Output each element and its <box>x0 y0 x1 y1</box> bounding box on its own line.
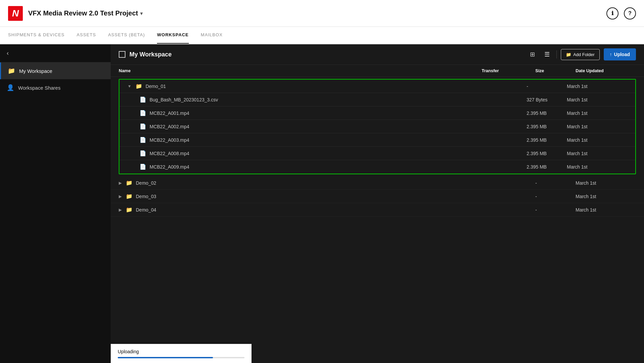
chevron-right-icon: ▶ <box>119 181 122 185</box>
folder-icon: 📁 <box>126 193 132 199</box>
header-right: ⊞ ☰ 📁 Add Folder ↑ Upload <box>527 48 636 60</box>
cell-name: ▶ 📁 Demo_02 <box>119 180 482 186</box>
cell-size: - <box>535 180 576 186</box>
sidebar-item-my-workspace[interactable]: 📁 My Workspace <box>0 62 111 79</box>
sidebar-item-workspace-shares[interactable]: 👤 Workspace Shares <box>0 79 111 96</box>
table-row[interactable]: ▶ 📁 Demo_03 - March 1st <box>111 190 644 203</box>
project-dropdown-icon: ▾ <box>140 11 143 16</box>
upload-status-label: Uploading <box>118 349 245 354</box>
help-button[interactable]: ? <box>624 7 636 19</box>
folder-icon: 📁 <box>136 83 142 89</box>
tab-assets[interactable]: Assets <box>77 27 96 44</box>
add-folder-label: Add Folder <box>573 52 595 57</box>
cell-name: 📄 MCB22_A009.mp4 <box>140 164 473 170</box>
tab-mailbox[interactable]: Mailbox <box>201 27 223 44</box>
file-icon: 📄 <box>140 96 146 103</box>
file-name: Bug_Bash_MB_20230123_3.csv <box>150 97 218 102</box>
col-date: Date Updated <box>576 68 636 73</box>
selected-demo01-region: ▼ 📁 Demo_01 - March 1st 📄 Bug_Bash_MB_20… <box>119 79 636 174</box>
file-icon: 📄 <box>140 137 146 143</box>
cell-date: March 1st <box>567 97 627 102</box>
netflix-logo: N <box>8 6 23 21</box>
cell-date: March 1st <box>567 124 627 129</box>
sidebar-back-button[interactable]: ‹ <box>0 44 111 62</box>
cell-date: March 1st <box>567 151 627 156</box>
table-row[interactable]: 📄 MCB22_A001.mp4 2.395 MB March 1st <box>119 106 635 120</box>
content-header: My Workspace ⊞ ☰ 📁 Add Folder ↑ Upload <box>111 44 644 65</box>
nav-left: N VFX Media Review 2.0 Test Project ▾ <box>8 6 143 21</box>
progress-bar-fill <box>118 357 213 358</box>
col-size: Size <box>535 68 576 73</box>
upload-label: Upload <box>614 52 630 57</box>
table-row[interactable]: ▼ 📁 Demo_01 - March 1st <box>119 80 635 93</box>
file-name: MCB22_A009.mp4 <box>150 164 189 170</box>
table-row[interactable]: 📄 MCB22_A003.mp4 2.395 MB March 1st <box>119 133 635 147</box>
add-folder-button[interactable]: 📁 Add Folder <box>561 49 600 60</box>
cell-name: ▶ 📁 Demo_04 <box>119 207 482 213</box>
cell-date: March 1st <box>567 137 627 143</box>
col-transfer: Transfer <box>482 68 535 73</box>
cell-name: ▼ 📁 Demo_01 <box>127 83 473 89</box>
progress-bar-background <box>118 357 245 358</box>
cell-date: March 1st <box>567 110 627 116</box>
cell-name: ▶ 📁 Demo_03 <box>119 193 482 199</box>
header-left: My Workspace <box>119 51 172 58</box>
cell-size: 2.395 MB <box>527 124 567 129</box>
cell-name: 📄 MCB22_A001.mp4 <box>140 110 473 116</box>
folder-icon: 📁 <box>126 207 132 213</box>
workspace-title: My Workspace <box>129 51 172 58</box>
cell-size: - <box>535 194 576 199</box>
cell-date: March 1st <box>567 84 627 89</box>
top-nav: N VFX Media Review 2.0 Test Project ▾ ℹ … <box>0 0 644 27</box>
main-layout: ‹ 📁 My Workspace 👤 Workspace Shares My W… <box>0 44 644 363</box>
user-icon: 👤 <box>7 84 14 91</box>
file-name: Demo_03 <box>136 194 156 199</box>
select-all-checkbox[interactable] <box>119 51 125 58</box>
table-row[interactable]: 📄 MCB22_A009.mp4 2.395 MB March 1st <box>119 160 635 174</box>
tab-assets-beta[interactable]: Assets (Beta) <box>108 27 145 44</box>
tab-shipments[interactable]: Shipments & Devices <box>8 27 65 44</box>
tab-workspace[interactable]: Workspace <box>157 27 189 44</box>
table-row[interactable]: ▶ 📁 Demo_02 - March 1st <box>111 176 644 190</box>
back-icon: ‹ <box>7 50 9 57</box>
cell-size: - <box>535 207 576 213</box>
table-header: Name Transfer Size Date Updated <box>111 65 644 77</box>
file-icon: 📄 <box>140 150 146 156</box>
cell-name: 📄 Bug_Bash_MB_20230123_3.csv <box>140 96 473 103</box>
cell-name: 📄 MCB22_A002.mp4 <box>140 123 473 130</box>
file-icon: 📄 <box>140 123 146 130</box>
file-name: MCB22_A002.mp4 <box>150 124 189 129</box>
cell-size: - <box>527 84 567 89</box>
table-row[interactable]: ▶ 📁 Demo_04 - March 1st <box>111 203 644 217</box>
cell-name: 📄 MCB22_A003.mp4 <box>140 137 473 143</box>
folder-icon: 📁 <box>126 180 132 186</box>
table-row[interactable]: 📄 MCB22_A008.mp4 2.395 MB March 1st <box>119 147 635 160</box>
col-name: Name <box>119 68 482 73</box>
cell-size: 327 Bytes <box>527 97 567 102</box>
list-view-button[interactable]: ☰ <box>542 49 552 59</box>
cell-size: 2.395 MB <box>527 164 567 170</box>
chevron-down-icon: ▼ <box>127 84 131 89</box>
file-name: Demo_01 <box>146 84 166 89</box>
info-button[interactable]: ℹ <box>606 7 619 19</box>
upload-icon: ↑ <box>610 52 612 57</box>
sidebar: ‹ 📁 My Workspace 👤 Workspace Shares <box>0 44 111 363</box>
sidebar-item-label: My Workspace <box>19 68 52 74</box>
file-table: ▼ 📁 Demo_01 - March 1st 📄 Bug_Bash_MB_20… <box>111 77 644 363</box>
cell-size: 2.395 MB <box>527 110 567 116</box>
project-title[interactable]: VFX Media Review 2.0 Test Project ▾ <box>28 9 143 17</box>
file-name: MCB22_A008.mp4 <box>150 151 189 156</box>
table-row[interactable]: 📄 MCB22_A002.mp4 2.395 MB March 1st <box>119 120 635 133</box>
folder-icon: 📁 <box>8 67 15 75</box>
cell-name: 📄 MCB22_A008.mp4 <box>140 150 473 156</box>
grid-view-button[interactable]: ⊞ <box>527 49 538 59</box>
file-name: MCB22_A001.mp4 <box>150 110 189 116</box>
add-folder-icon: 📁 <box>566 52 571 57</box>
cell-date: March 1st <box>576 207 636 213</box>
cell-date: March 1st <box>567 164 627 170</box>
cell-size: 2.395 MB <box>527 137 567 143</box>
upload-button[interactable]: ↑ Upload <box>604 48 636 60</box>
table-row[interactable]: 📄 Bug_Bash_MB_20230123_3.csv 327 Bytes M… <box>119 93 635 106</box>
file-name: Demo_04 <box>136 207 156 213</box>
nav-right: ℹ ? <box>606 7 636 19</box>
